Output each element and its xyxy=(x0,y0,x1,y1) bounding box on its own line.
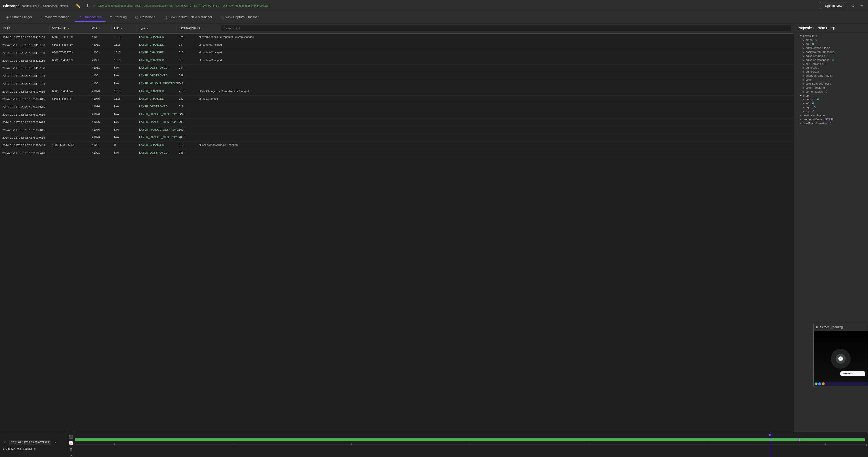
table-row[interactable]: 2024-01-11T05:59:37.65841513841061N/ALAY… xyxy=(0,80,794,88)
cell-details xyxy=(196,119,794,121)
tree-expand-icon[interactable]: ▶ xyxy=(803,98,805,101)
table-row[interactable]: 2024-01-11T05:59:37.65841513865068754547… xyxy=(0,41,794,49)
tree-item[interactable]: ▶right : 0 xyxy=(794,105,868,109)
col-header-type[interactable]: Type ▼ xyxy=(136,25,176,32)
tab-transactions[interactable]: ↗ Transactions xyxy=(75,13,105,22)
cell-uid: N/A xyxy=(112,112,136,117)
table-row[interactable]: 2024-01-11T05:59:37.69168344846866683135… xyxy=(0,142,794,149)
tree-item[interactable]: ▶autoRefresh : false xyxy=(794,46,868,50)
tree-expand-icon[interactable]: ▶ xyxy=(800,118,802,121)
tree-item[interactable]: ▶left : 0 xyxy=(794,101,868,105)
table-row[interactable]: 2024-01-11T05:59:37.65841513865068754547… xyxy=(0,57,794,65)
tree-item[interactable]: ▶bgColorAlpha : 0 xyxy=(794,54,868,58)
table-row[interactable]: 2024-01-11T05:59:37.65841513865068754547… xyxy=(0,49,794,57)
tree-expand-icon[interactable]: ▶ xyxy=(803,51,805,53)
tree-item[interactable]: ▶color xyxy=(794,78,868,81)
tree-item[interactable]: ▶bufferData xyxy=(794,70,868,74)
tree-item[interactable]: ▶backgroundBlurRadius xyxy=(794,50,868,54)
tree-expand-icon[interactable]: ▼ xyxy=(800,35,802,37)
tree-expand-icon[interactable]: ▶ xyxy=(803,39,805,41)
col-header-uid[interactable]: UID ▼ xyxy=(112,25,136,32)
tab-view-capture-nexus[interactable]: ⬚ View Capture - Nexuslauncher xyxy=(160,13,216,22)
col-header-txid[interactable]: TX ID xyxy=(0,25,50,32)
timeline-chart-btn[interactable]: 📈 xyxy=(68,440,74,446)
tree-item[interactable]: ▶changeFrameRateStr xyxy=(794,74,868,78)
tree-item[interactable]: ▶bgColorDataspace : 0 xyxy=(794,58,868,62)
timeline-bar[interactable] xyxy=(75,438,865,442)
timeline-prev-btn[interactable]: ‹ xyxy=(3,439,7,445)
tab-transitions[interactable]: ◎ Transitions xyxy=(131,13,159,22)
table-row[interactable]: 2024-01-11T05:59:37.67503761565068754547… xyxy=(0,96,794,103)
table-row[interactable]: 2024-01-11T05:59:37.67503761565068754547… xyxy=(0,88,794,96)
tree-item[interactable]: ▶cornerRadius : 0 xyxy=(794,90,868,94)
search-input[interactable] xyxy=(221,25,791,31)
tab-proto-log[interactable]: ≡ ProtoLog xyxy=(106,13,131,22)
tree-expand-icon[interactable]: ▶ xyxy=(803,106,805,109)
tree-colon: : xyxy=(824,54,825,57)
table-row[interactable]: 2024-01-11T05:59:37.67503761541076N/ALAY… xyxy=(0,119,794,126)
tree-expand-icon[interactable]: ▶ xyxy=(803,63,805,65)
tree-expand-icon[interactable]: ▶ xyxy=(800,122,802,125)
tree-expand-icon[interactable]: ▶ xyxy=(803,74,805,77)
tree-expand-icon[interactable]: ▶ xyxy=(803,86,805,89)
screen-recording-frame: 🕐 Notification G xyxy=(814,331,868,386)
table-row[interactable]: 2024-01-11T05:59:37.67503761541076N/ALAY… xyxy=(0,126,794,134)
tree-expand-icon[interactable]: ▶ xyxy=(803,83,805,85)
timeline-right-arrow[interactable]: › xyxy=(865,432,868,457)
timeline-record-btn[interactable]: ⬛ xyxy=(68,434,74,439)
col-header-layerdisp[interactable]: LAYER/DISP ID ▼ xyxy=(176,25,218,32)
tab-window-manager[interactable]: ▤ Window Manager xyxy=(36,13,74,22)
screen-recording-close-btn[interactable]: − xyxy=(862,325,865,330)
table-row[interactable]: 2024-01-11T05:59:37.67503761541076N/ALAY… xyxy=(0,111,794,119)
tree-item[interactable]: ▶alpha : 0 xyxy=(794,38,868,42)
table-row[interactable]: 2024-01-11T05:59:37.65841513841061N/ALAY… xyxy=(0,65,794,72)
tree-item[interactable]: ▶top : 0 xyxy=(794,109,868,113)
tree-item[interactable]: ▶api : 0 xyxy=(794,42,868,46)
tree-item[interactable]: ▼LayerState xyxy=(794,34,868,38)
table-row[interactable]: 2024-01-11T05:59:37.65841513841061N/ALAY… xyxy=(0,72,794,80)
timeline-list-btn[interactable]: ☰ xyxy=(68,447,74,452)
tree-expand-icon[interactable]: ▶ xyxy=(803,70,805,73)
tree-item[interactable]: ▶bufferCrop xyxy=(794,66,868,70)
tree-expand-icon[interactable]: ▶ xyxy=(803,110,805,113)
tree-expand-icon[interactable]: ▶ xyxy=(803,46,805,50)
tree-item[interactable]: ▶blurRegions : {} xyxy=(794,62,868,66)
tree-expand-icon[interactable]: ▶ xyxy=(803,43,805,45)
tree-expand-icon[interactable]: ▶ xyxy=(803,90,805,93)
tree-expand-icon[interactable]: ▶ xyxy=(803,78,805,81)
tree-expand-icon[interactable]: ▶ xyxy=(800,114,802,117)
tree-expand-icon[interactable]: ▶ xyxy=(803,55,805,57)
tree-expand-icon[interactable]: ▶ xyxy=(803,59,805,61)
edit-icon-btn[interactable]: ✏️ xyxy=(74,2,82,9)
table-row[interactable]: 2024-01-11T05:59:37.65841513865068754547… xyxy=(0,34,794,41)
table-row[interactable]: 2024-01-11T05:59:37.67503761541076N/ALAY… xyxy=(0,103,794,111)
tree-key: left xyxy=(806,102,809,105)
tree-item[interactable]: ▶colorTransform xyxy=(794,86,868,90)
cell-pid: 41061 xyxy=(89,58,112,63)
upload-new-button[interactable]: Upload New xyxy=(820,2,847,9)
tab-surface-flinger[interactable]: ◈ Surface Flinger xyxy=(2,13,36,22)
tree-expand-icon[interactable]: ▶ xyxy=(803,102,805,105)
timeline-reset-btn[interactable]: ↺ xyxy=(68,453,74,457)
settings-icon-btn[interactable]: ⚙ xyxy=(849,2,856,9)
theme-icon-btn[interactable]: ☀ xyxy=(859,2,865,9)
tree-item[interactable]: ▶bottom : 0 xyxy=(794,98,868,101)
col-header-search[interactable] xyxy=(218,24,794,33)
layerdisp-sort-icon: ▼ xyxy=(201,27,203,30)
tree-expand-icon[interactable]: ▶ xyxy=(803,66,805,69)
table-row[interactable]: 2024-01-11T05:59:37.67503761541076N/ALAY… xyxy=(0,134,794,142)
table-row[interactable]: 2024-01-11T05:59:37.69168344841091N/ALAY… xyxy=(0,149,794,157)
tree-item[interactable]: ▼crop xyxy=(794,94,868,98)
tree-item[interactable]: ▶destinationFrame xyxy=(794,113,868,117)
tree-item[interactable]: ▶fixedTransformHint : 0 xyxy=(794,121,868,125)
tree-item[interactable]: ▶colorSpaceAgnostic xyxy=(794,81,868,86)
timeline-next-btn[interactable]: › xyxy=(53,439,57,445)
col-header-pid[interactable]: PID ▼ xyxy=(89,25,112,32)
tree-item[interactable]: ▶dropInputMode : NONE xyxy=(794,117,868,121)
tree-expand-icon[interactable]: ▼ xyxy=(800,94,802,97)
timeline-bar-container[interactable] xyxy=(75,432,865,457)
download-icon-btn[interactable]: ⬇ xyxy=(85,2,91,9)
col-header-vsyncid[interactable]: VSYNC ID ▼ xyxy=(50,25,89,32)
tab-view-capture-taskbar[interactable]: ⬚ View Capture - Taskbar xyxy=(217,13,263,22)
cell-vsyncid xyxy=(50,135,89,137)
